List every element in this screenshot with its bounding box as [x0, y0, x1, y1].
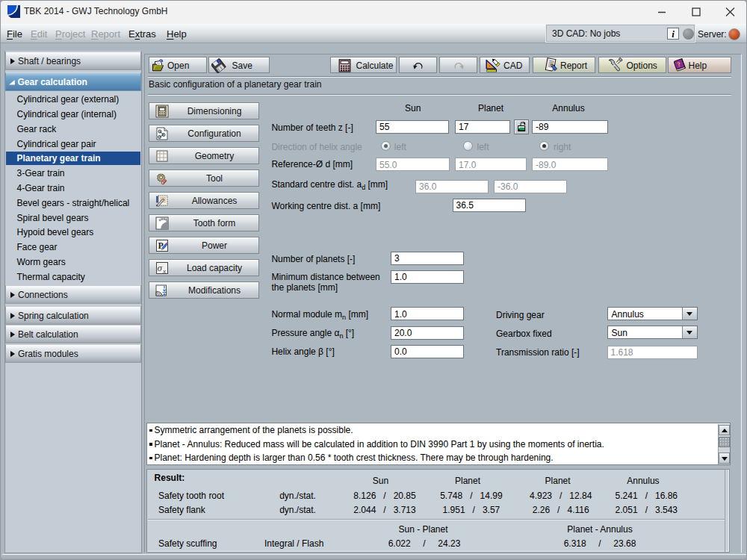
svg-text:σ: σ: [158, 262, 163, 273]
svg-text:x: x: [162, 267, 166, 275]
